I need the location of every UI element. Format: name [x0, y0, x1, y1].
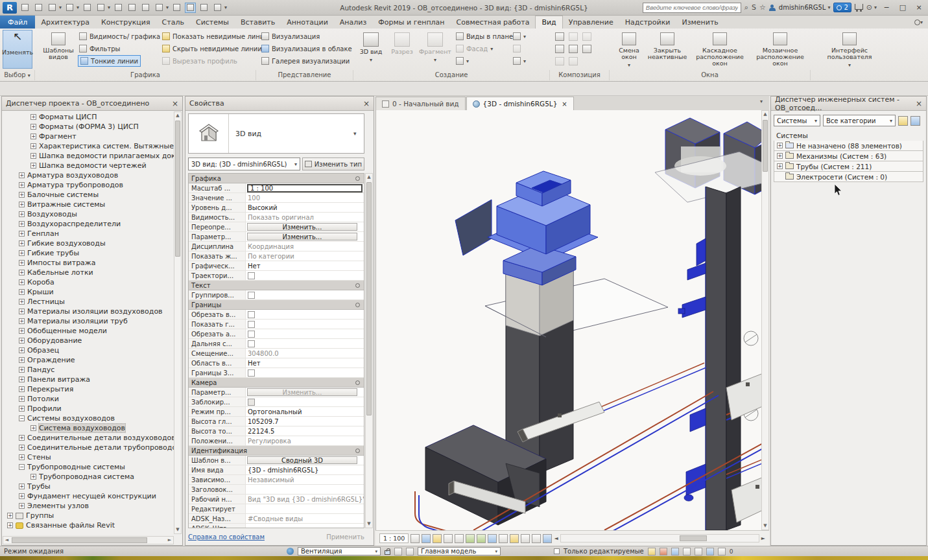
- section-pin-icon[interactable]: [355, 283, 360, 288]
- help-caret-icon[interactable]: ▾: [874, 5, 877, 10]
- system-browser-item[interactable]: Трубы (Систем : 211): [774, 161, 923, 172]
- title-block-icon[interactable]: [569, 32, 578, 41]
- expander-icon[interactable]: [19, 406, 25, 412]
- view-tab[interactable]: {3D - dmishin6RG5L} ×: [466, 97, 574, 110]
- view-tab[interactable]: 0 - Начальный вид ×: [375, 97, 466, 110]
- property-row[interactable]: Положени... Регулировка: [189, 436, 364, 446]
- expander-icon[interactable]: [30, 143, 36, 149]
- callout-button[interactable]: Фрагмент▾: [418, 30, 452, 69]
- tree-item[interactable]: Система воздуховодов: [3, 423, 174, 433]
- tree-item[interactable]: Витражные системы: [3, 200, 174, 209]
- restore-button[interactable]: □: [896, 2, 909, 13]
- tree-item[interactable]: Шапка ведомости прилагаемых документов: [3, 151, 174, 161]
- section-pin-icon[interactable]: [355, 303, 360, 307]
- view-tab-close-icon[interactable]: ×: [562, 100, 567, 108]
- expander-icon[interactable]: [30, 134, 36, 139]
- tree-item[interactable]: Короба: [3, 277, 174, 287]
- tree-item[interactable]: Соединительные детали трубопроводов: [3, 443, 174, 452]
- tree-item[interactable]: Лестницы: [3, 297, 174, 307]
- view-templates-button[interactable]: Шаблоны видов: [42, 30, 75, 69]
- tree-item[interactable]: Арматура воздуховодов: [3, 170, 174, 180]
- close-hidden-windows-icon[interactable]: [198, 3, 209, 13]
- expander-icon[interactable]: [19, 299, 25, 305]
- property-row[interactable]: Высота то... 22124.5: [189, 426, 364, 436]
- save-icon[interactable]: [33, 3, 44, 13]
- expander-icon[interactable]: [19, 318, 25, 324]
- autofit-columns-icon[interactable]: [898, 116, 908, 126]
- active-workset-icon[interactable]: [394, 548, 402, 555]
- expander-icon[interactable]: [19, 289, 25, 295]
- expander-icon[interactable]: [19, 240, 25, 246]
- project-browser-header[interactable]: Диспетчер проекта - ОВ_отсоединено ×: [2, 97, 182, 111]
- section-pin-icon[interactable]: [355, 449, 360, 453]
- 3d-model[interactable]: [376, 110, 769, 530]
- property-row[interactable]: Зависимо... Независимый: [189, 475, 364, 485]
- plan-views-button[interactable]: Виды в плане▾: [456, 30, 518, 42]
- model-rooftop-fan-unit[interactable]: [455, 171, 598, 285]
- user-interface-button[interactable]: Интерфейс пользователя▾: [824, 30, 875, 69]
- tree-item[interactable]: Образец: [3, 345, 174, 355]
- tree-item[interactable]: Фрагмент: [3, 132, 174, 141]
- redo-caret-icon[interactable]: ▾: [77, 5, 79, 10]
- canvas-hscroll-right-icon[interactable]: ►: [761, 535, 765, 541]
- exclude-options-icon[interactable]: [660, 548, 667, 555]
- tree-item[interactable]: Характеристика систем. Вытяжные системы: [3, 141, 174, 151]
- expander-icon[interactable]: [30, 474, 36, 480]
- help-icon[interactable]: ⊙: [866, 3, 872, 12]
- expander-icon[interactable]: [19, 172, 25, 178]
- property-row[interactable]: Заголовок...: [189, 485, 364, 495]
- tree-item[interactable]: Воздухораспределители: [3, 219, 174, 229]
- tree-item[interactable]: Кабельные лотки: [3, 268, 174, 277]
- property-row[interactable]: Границы 3...: [189, 368, 364, 378]
- system-browser-close-icon[interactable]: ×: [916, 99, 922, 108]
- tree-item[interactable]: Обобщенные модели: [3, 326, 174, 336]
- tree-item[interactable]: Импосты витража: [3, 258, 174, 268]
- ribbon-tab[interactable]: Файл: [0, 16, 35, 29]
- minimize-button[interactable]: −: [880, 2, 893, 13]
- lock-view-icon[interactable]: [488, 534, 497, 543]
- workset-select[interactable]: Главная модель▾: [418, 547, 501, 555]
- tree-item[interactable]: Форматы (ФОРМА 3) ЦИСП: [3, 122, 174, 132]
- tree-item[interactable]: Фундамент несущей конструкции: [3, 491, 174, 501]
- render-dialog-icon[interactable]: [455, 534, 464, 543]
- tree-item[interactable]: Балочные системы: [3, 190, 174, 200]
- expander-icon[interactable]: [19, 270, 25, 275]
- property-row[interactable]: Масштаб ... 1 : 100: [189, 183, 364, 193]
- expander-icon[interactable]: [19, 396, 25, 402]
- section-button[interactable]: Разрез: [387, 30, 417, 69]
- tree-item[interactable]: Профили: [3, 404, 174, 414]
- store-cart-icon[interactable]: [855, 4, 863, 10]
- filters-button[interactable]: Фильтры: [79, 43, 120, 54]
- property-row[interactable]: Имя вида {3D - dmishin6RG5L}: [189, 465, 364, 475]
- tree-item[interactable]: Воздуховоды: [3, 209, 174, 219]
- redo-icon[interactable]: [64, 3, 75, 13]
- view-tab-overflow-icon[interactable]: ▾: [760, 99, 763, 104]
- tree-item[interactable]: Элементы узлов: [3, 501, 174, 511]
- canvas-vscrollbar[interactable]: ▲ ▼: [761, 110, 769, 530]
- property-row[interactable]: Обрезать в...: [189, 310, 364, 320]
- property-row[interactable]: Переопре... Изменить...: [189, 222, 364, 232]
- property-row[interactable]: Рабочий н... Вид "3D вид {3D - dmishin6R…: [189, 495, 364, 504]
- scope-box-button[interactable]: [513, 43, 521, 54]
- switch-windows-button[interactable]: Смена окон▾: [613, 30, 645, 69]
- sun-path-icon[interactable]: [433, 534, 442, 543]
- system-browser-discipline-select[interactable]: Все категории▾: [823, 115, 896, 126]
- ribbon-tab[interactable]: Надстройки: [619, 16, 676, 29]
- ribbon-tab[interactable]: Архитектура: [35, 16, 95, 29]
- expander-icon[interactable]: [30, 425, 36, 431]
- show-constraints-icon[interactable]: [543, 534, 552, 543]
- worksets-dialog-icon[interactable]: [406, 548, 414, 555]
- view-instance-select[interactable]: 3D вид: (3D - dmishin6RG5L) ▾: [188, 158, 300, 170]
- ribbon-tab[interactable]: Управление: [563, 16, 619, 29]
- measure-icon[interactable]: [95, 3, 106, 13]
- expander-icon[interactable]: [777, 163, 783, 169]
- render-button[interactable]: Визуализация: [261, 30, 320, 42]
- property-row[interactable]: Значение ... 100: [189, 193, 364, 203]
- render-in-cloud-button[interactable]: Визуализация в облаке: [261, 43, 352, 54]
- active-system-select[interactable]: Вентиляция▾: [298, 547, 381, 555]
- ribbon-tab[interactable]: Анализ: [334, 16, 373, 29]
- expander-icon[interactable]: [7, 522, 13, 528]
- property-row[interactable]: Траектори...: [189, 271, 364, 281]
- filter-icon[interactable]: [718, 548, 726, 555]
- expander-icon[interactable]: [19, 182, 25, 188]
